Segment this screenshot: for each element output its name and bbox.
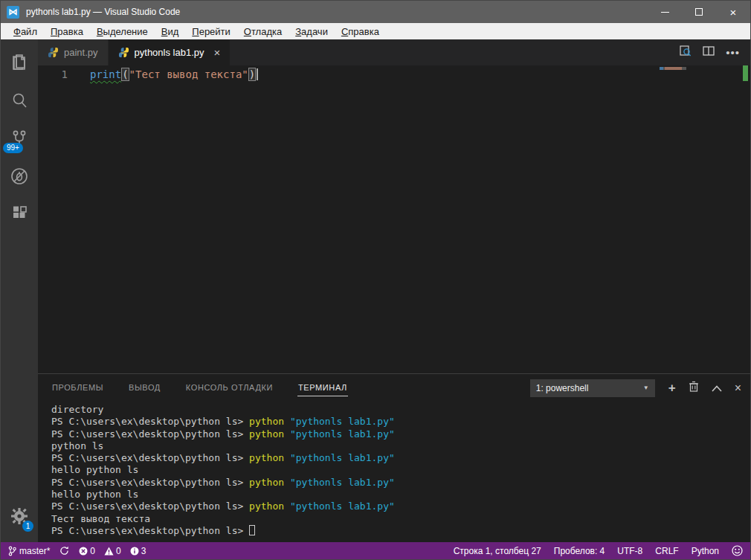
- terminal-cursor: [249, 525, 255, 535]
- tab-close-icon[interactable]: ×: [214, 47, 221, 58]
- menu-bar: ФайлПравкаВыделениеВидПерейтиОтладкаЗада…: [1, 23, 750, 39]
- terminal-line: PS C:\users\ex\desktop\python ls> python…: [51, 428, 750, 440]
- warnings-indicator: 0: [104, 546, 121, 556]
- terminal-segment: Тест вывод текста: [51, 513, 150, 524]
- menu-item-file[interactable]: Файл: [7, 25, 44, 39]
- terminal-line: directory: [51, 404, 750, 416]
- infos-indicator: 3: [130, 546, 146, 556]
- git-branch-status[interactable]: master*: [8, 546, 50, 556]
- terminal-segment: python: [249, 477, 290, 488]
- menu-item-debug[interactable]: Отладка: [237, 25, 289, 39]
- terminal-segment: "pythonls lab1.py": [290, 416, 395, 427]
- feedback-button[interactable]: [732, 545, 743, 556]
- files-icon: [9, 52, 30, 73]
- terminal-segment: python: [249, 452, 290, 463]
- split-editor-button[interactable]: [703, 45, 715, 59]
- close-button[interactable]: ×: [716, 1, 750, 23]
- code-line-1: 1 print("Тест вывод текста"): [38, 65, 750, 82]
- extensions-icon: [9, 204, 30, 225]
- panel-tab-terminal[interactable]: ТЕРМИНАЛ: [297, 379, 348, 396]
- tab-pythonls-lab1-py[interactable]: pythonls lab1.py ×: [109, 39, 231, 65]
- sidebar-item-debug[interactable]: [1, 158, 38, 195]
- close-panel-button[interactable]: ×: [735, 382, 741, 394]
- terminal-segment: "pythonls lab1.py": [290, 428, 395, 440]
- panel-tab-debug-console[interactable]: КОНСОЛЬ ОТЛАДКИ: [185, 379, 274, 396]
- terminal-segment: PS C:\users\ex\desktop\python ls>: [51, 452, 249, 463]
- sidebar-item-extensions[interactable]: [1, 196, 38, 233]
- sidebar-item-search[interactable]: [1, 82, 38, 119]
- terminal-segment: hello python ls: [51, 489, 138, 500]
- code-token: ): [248, 68, 256, 81]
- editor-cursor: [257, 68, 258, 80]
- sidebar-item-explorer[interactable]: [1, 44, 38, 81]
- search-icon: [9, 90, 30, 111]
- terminal-select[interactable]: 1: powershell ▼: [530, 379, 655, 397]
- menu-item-edit[interactable]: Правка: [44, 25, 90, 39]
- errors-indicator: 0: [79, 546, 95, 556]
- window-title: pythonls lab1.py — Visual Studio Code: [26, 7, 648, 17]
- panel-tab-output[interactable]: ВЫВОД: [128, 379, 161, 396]
- status-bar: master* 0 0: [1, 542, 750, 559]
- menu-item-view[interactable]: Вид: [155, 25, 186, 39]
- status-bar-right: Строка 1, столбец 27 Пробелов: 4 UTF-8 C…: [441, 545, 743, 556]
- tab-bar-spacer: [230, 39, 679, 65]
- activity-bar: 99+: [1, 39, 38, 542]
- errors-count: 0: [90, 546, 95, 556]
- infos-count: 3: [141, 546, 146, 556]
- code-content: print("Тест вывод текста"): [68, 67, 258, 82]
- problems-status[interactable]: 0 0 3: [79, 546, 152, 556]
- more-actions-button[interactable]: •••: [726, 46, 740, 59]
- cursor-position-status[interactable]: Строка 1, столбец 27: [454, 546, 541, 556]
- menu-item-help[interactable]: Справка: [335, 25, 386, 39]
- settings-badge: 1: [22, 521, 33, 532]
- editor-column: paint.py pythonls lab1.py ×: [38, 39, 750, 542]
- code-editor[interactable]: 1 print("Тест вывод текста"): [38, 65, 750, 373]
- overview-ruler-added-mark: [743, 65, 748, 81]
- terminal-content[interactable]: directoryPS C:\users\ex\desktop\python l…: [38, 402, 750, 542]
- terminal-segment: PS C:\users\ex\desktop\python ls>: [51, 477, 249, 488]
- encoding-status[interactable]: UTF-8: [617, 546, 642, 556]
- vscode-logo-icon: ⋈: [7, 6, 19, 19]
- settings-button[interactable]: 1: [1, 498, 38, 535]
- kill-terminal-button[interactable]: [689, 381, 699, 395]
- source-control-badge: 99+: [3, 143, 23, 153]
- close-icon: ×: [730, 7, 737, 18]
- terminal-line: hello python ls: [51, 489, 750, 501]
- panel-tabs: ПРОБЛЕМЫВЫВОДКОНСОЛЬ ОТЛАДКИТЕРМИНАЛ: [51, 379, 372, 396]
- new-terminal-button[interactable]: +: [668, 382, 676, 394]
- sidebar-item-source-control[interactable]: 99+: [1, 120, 38, 157]
- menu-item-selection[interactable]: Выделение: [90, 25, 155, 39]
- split-editor-icon: [703, 45, 715, 57]
- panel-tab-problems[interactable]: ПРОБЛЕМЫ: [51, 379, 104, 396]
- terminal-segment: "pythonls lab1.py": [290, 501, 395, 512]
- menu-item-go[interactable]: Перейти: [185, 25, 237, 39]
- terminal-line: PS C:\users\ex\desktop\python ls> python…: [51, 477, 750, 489]
- python-file-icon: [48, 47, 59, 58]
- terminal-line: Тест вывод текста: [51, 513, 750, 525]
- debug-icon: [9, 166, 30, 187]
- python-file-icon: [118, 47, 129, 58]
- maximize-panel-button[interactable]: [712, 382, 722, 395]
- language-mode-status[interactable]: Python: [692, 546, 719, 556]
- tab-paint-py[interactable]: paint.py: [38, 39, 108, 65]
- warning-icon: [104, 547, 114, 556]
- terminal-segment: "pythonls lab1.py": [290, 452, 395, 463]
- eol-status[interactable]: CRLF: [655, 546, 678, 556]
- terminal-segment: "pythonls lab1.py": [290, 477, 395, 488]
- open-preview-button[interactable]: [679, 45, 692, 60]
- terminal-segment: directory: [51, 404, 103, 415]
- terminal-line: PS C:\users\ex\desktop\python ls>: [51, 525, 750, 537]
- terminal-segment: PS C:\users\ex\desktop\python ls>: [51, 416, 249, 427]
- panel-header: ПРОБЛЕМЫВЫВОДКОНСОЛЬ ОТЛАДКИТЕРМИНАЛ 1: …: [38, 374, 750, 402]
- menu-item-tasks[interactable]: Задачи: [289, 25, 335, 39]
- title-bar: ⋈ pythonls lab1.py — Visual Studio Code …: [1, 1, 750, 23]
- terminal-segment: python ls: [51, 440, 103, 451]
- minimize-button[interactable]: [648, 1, 682, 23]
- indentation-status[interactable]: Пробелов: 4: [554, 546, 605, 556]
- chevron-up-icon: [712, 385, 722, 392]
- maximize-button[interactable]: [682, 1, 716, 23]
- minimap[interactable]: [660, 67, 686, 70]
- terminal-segment: python: [249, 416, 290, 427]
- window-controls: ×: [648, 1, 750, 23]
- sync-button[interactable]: [59, 546, 69, 556]
